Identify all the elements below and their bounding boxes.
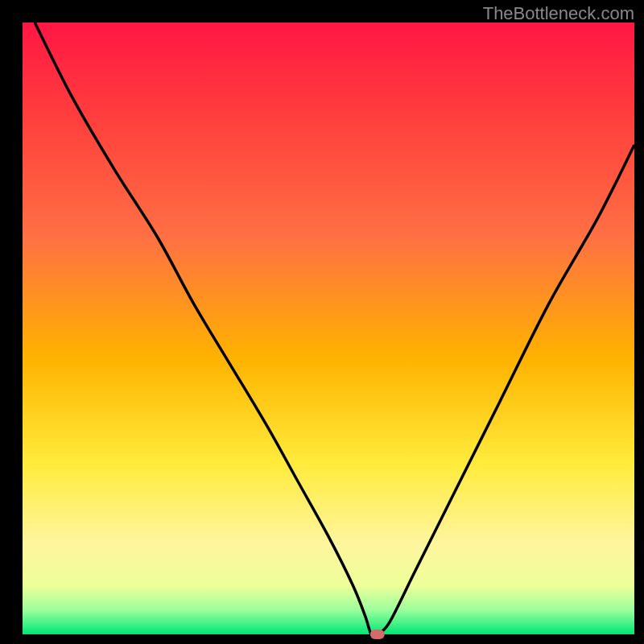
- gradient-background: [23, 23, 634, 634]
- watermark-text: TheBottleneck.com: [483, 3, 634, 24]
- bottleneck-chart: [0, 0, 644, 644]
- chart-svg: [0, 0, 644, 644]
- optimal-point-marker: [370, 630, 385, 639]
